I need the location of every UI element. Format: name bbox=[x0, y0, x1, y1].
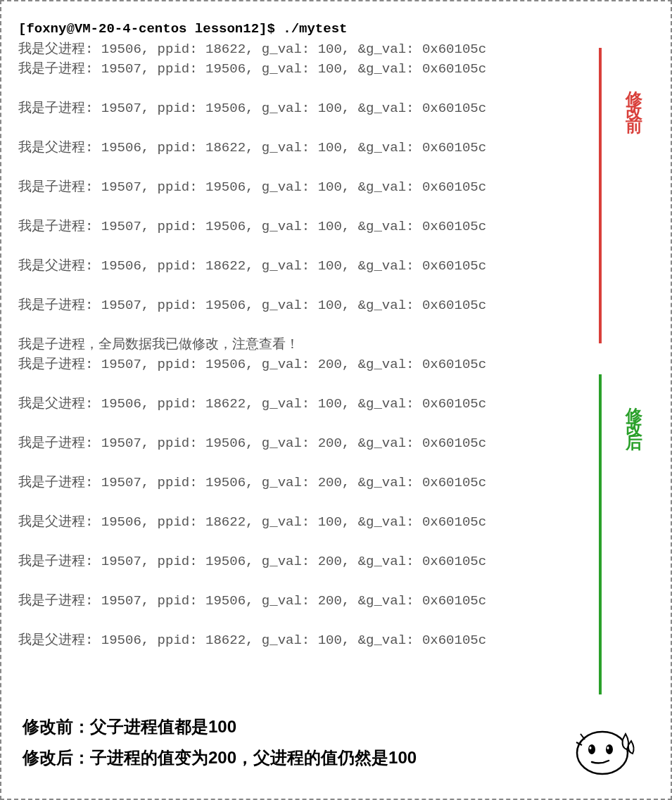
sweat-face-icon bbox=[571, 721, 641, 777]
output-line: 我是子进程: 19507, ppid: 19506, g_val: 100, &… bbox=[18, 217, 654, 235]
svg-point-3 bbox=[590, 747, 592, 749]
svg-point-1 bbox=[588, 744, 595, 754]
output-line: 我是父进程: 19506, ppid: 18622, g_val: 100, &… bbox=[18, 256, 654, 274]
output-line: 我是子进程: 19507, ppid: 19506, g_val: 100, &… bbox=[18, 177, 654, 196]
before-label: 修改前 bbox=[621, 77, 644, 115]
output-line: 我是父进程: 19506, ppid: 18622, g_val: 100, &… bbox=[18, 39, 654, 58]
output-line: 我是父进程: 19506, ppid: 18622, g_val: 100, &… bbox=[18, 512, 654, 531]
output-line: 我是子进程: 19507, ppid: 19506, g_val: 200, &… bbox=[18, 591, 654, 609]
after-label: 修改后 bbox=[621, 394, 644, 432]
output-line: 我是子进程: 19507, ppid: 19506, g_val: 200, &… bbox=[18, 473, 654, 491]
output-line: 我是父进程: 19506, ppid: 18622, g_val: 100, &… bbox=[18, 630, 654, 649]
output-line: 我是子进程: 19507, ppid: 19506, g_val: 100, &… bbox=[18, 99, 654, 117]
output-line: 我是父进程: 19506, ppid: 18622, g_val: 100, &… bbox=[18, 138, 654, 156]
output-line: 我是子进程: 19507, ppid: 19506, g_val: 100, &… bbox=[18, 59, 654, 77]
output-line: 我是父进程: 19506, ppid: 18622, g_val: 100, &… bbox=[18, 394, 654, 412]
output-line: 我是子进程: 19507, ppid: 19506, g_val: 200, &… bbox=[18, 433, 654, 452]
summary-after: 修改后：子进程的值变为200，父进程的值仍然是100 bbox=[23, 747, 417, 769]
before-marker-bar bbox=[599, 48, 602, 343]
svg-point-2 bbox=[606, 744, 613, 754]
output-line: 我是子进程: 19507, ppid: 19506, g_val: 100, &… bbox=[18, 296, 654, 314]
notice-line: 我是子进程，全局数据我已做修改，注意查看！ bbox=[18, 335, 654, 353]
output-line: 我是子进程: 19507, ppid: 19506, g_val: 200, &… bbox=[18, 355, 654, 373]
output-line: 我是子进程: 19507, ppid: 19506, g_val: 200, &… bbox=[18, 552, 654, 570]
command-prompt: [foxny@VM-20-4-centos lesson12]$ ./mytes… bbox=[18, 21, 654, 37]
svg-point-4 bbox=[607, 747, 609, 749]
summary-before: 修改前：父子进程值都是100 bbox=[23, 716, 417, 738]
terminal-output: [foxny@VM-20-4-centos lesson12]$ ./mytes… bbox=[18, 21, 654, 649]
svg-point-0 bbox=[577, 732, 628, 774]
after-marker-bar bbox=[599, 374, 602, 694]
summary-block: 修改前：父子进程值都是100 修改后：子进程的值变为200，父进程的值仍然是10… bbox=[23, 716, 417, 777]
